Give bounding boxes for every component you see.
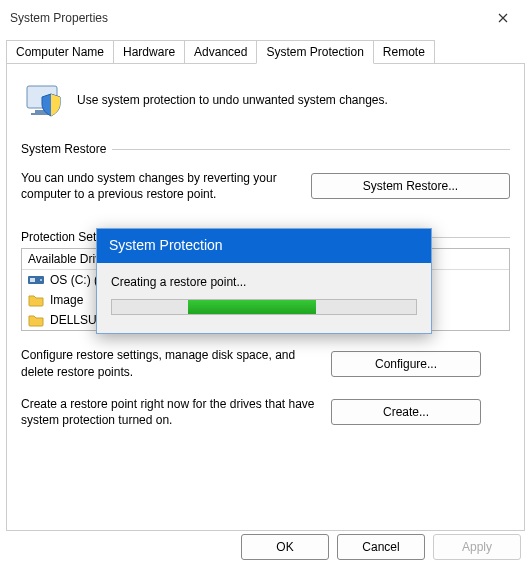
dialog-footer: OK Cancel Apply — [241, 534, 521, 560]
shield-monitor-icon — [21, 80, 69, 120]
configure-button[interactable]: Configure... — [331, 351, 481, 377]
tab-remote[interactable]: Remote — [373, 40, 435, 64]
svg-point-5 — [40, 279, 42, 281]
apply-button: Apply — [433, 534, 521, 560]
tab-strip: Computer Name Hardware Advanced System P… — [0, 40, 531, 64]
group-system-restore-label: System Restore — [21, 142, 112, 156]
window-title: System Properties — [10, 11, 485, 25]
create-button[interactable]: Create... — [331, 399, 481, 425]
svg-rect-4 — [30, 278, 35, 282]
cancel-button[interactable]: Cancel — [337, 534, 425, 560]
progress-dialog: System Protection Creating a restore poi… — [96, 228, 432, 334]
folder-icon — [28, 313, 44, 327]
divider — [112, 149, 510, 150]
drive-name: Image — [50, 293, 83, 307]
tab-advanced[interactable]: Advanced — [184, 40, 257, 64]
folder-icon — [28, 293, 44, 307]
close-icon[interactable] — [485, 4, 521, 32]
panel-intro-text: Use system protection to undo unwanted s… — [77, 93, 388, 107]
configure-desc: Configure restore settings, manage disk … — [21, 347, 321, 379]
titlebar: System Properties — [0, 0, 531, 36]
tab-hardware[interactable]: Hardware — [113, 40, 185, 64]
progress-message: Creating a restore point... — [111, 275, 417, 289]
disk-icon — [28, 273, 44, 287]
ok-button[interactable]: OK — [241, 534, 329, 560]
create-desc: Create a restore point right now for the… — [21, 396, 321, 428]
progress-bar-fill — [188, 300, 316, 314]
tab-system-protection[interactable]: System Protection — [256, 40, 373, 64]
progress-dialog-title: System Protection — [97, 229, 431, 263]
system-restore-desc: You can undo system changes by reverting… — [21, 170, 311, 202]
tab-computer-name[interactable]: Computer Name — [6, 40, 114, 64]
progress-bar — [111, 299, 417, 315]
system-restore-button[interactable]: System Restore... — [311, 173, 510, 199]
